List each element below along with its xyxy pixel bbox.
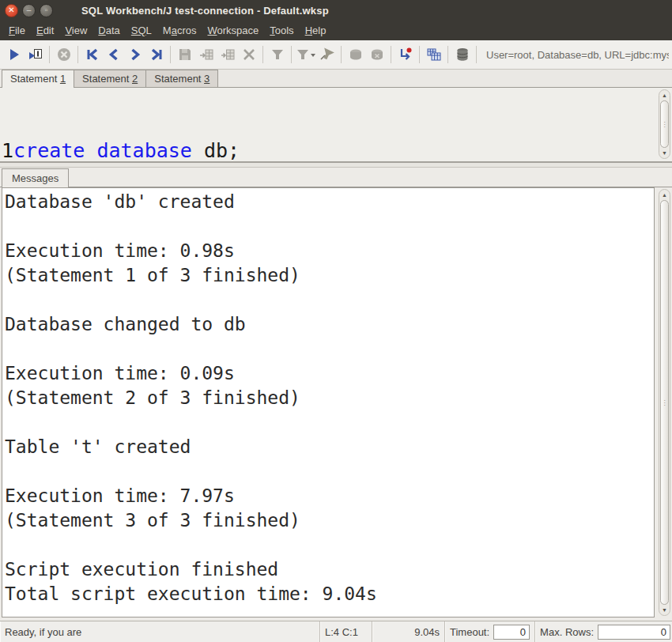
reset-filter-icon: [319, 47, 335, 62]
status-message: Ready, if you are: [0, 621, 320, 642]
tab-messages[interactable]: Messages: [2, 168, 69, 187]
first-statement-icon: [85, 47, 100, 62]
statusbar: Ready, if you are L:4 C:1 9.04s Timeout:…: [0, 621, 672, 642]
timeout-input[interactable]: [493, 625, 530, 640]
menu-edit[interactable]: Edit: [31, 21, 59, 40]
messages-area[interactable]: Database 'db' created Execution time: 0.…: [2, 187, 655, 617]
toolbar-separator: [391, 46, 391, 63]
toolbar-separator: [419, 46, 420, 63]
menu-data[interactable]: Data: [92, 21, 125, 40]
first-statement-button[interactable]: [81, 44, 103, 65]
toolbar-separator: [77, 46, 78, 63]
delete-row-icon: [241, 47, 257, 62]
commit-icon: [348, 47, 364, 62]
toolbar: User=root, Database=db, URL=jdbc:mysq: [0, 40, 672, 70]
toolbar-separator: [49, 46, 50, 63]
statement-tab-bar: Statement 1 Statement 2 Statement 3: [0, 70, 672, 88]
stop-button[interactable]: [53, 44, 74, 65]
menu-workspace[interactable]: Workspace: [202, 21, 264, 40]
reset-filter-button[interactable]: [316, 44, 338, 65]
previous-statement-button[interactable]: [103, 44, 124, 65]
menu-macros[interactable]: Macros: [157, 21, 202, 40]
next-statement-icon: [127, 47, 143, 62]
delete-row-button[interactable]: [238, 44, 259, 65]
insert-row-button[interactable]: [195, 44, 217, 65]
save-button[interactable]: [174, 44, 195, 65]
run-current-icon: [28, 47, 43, 62]
editor-vscrollbar: ▲ ⋮ ▼: [659, 89, 670, 159]
stop-icon: [56, 47, 72, 62]
menu-sql[interactable]: SQL: [126, 21, 157, 40]
filter-icon: [270, 47, 285, 62]
rollback-icon: [369, 47, 385, 62]
commit-button[interactable]: [345, 44, 366, 65]
last-statement-icon: [149, 47, 164, 62]
database-icon: [455, 47, 470, 62]
toolbar-separator: [291, 46, 292, 63]
toolbar-separator: [262, 46, 263, 63]
timeout-label: Timeout:: [450, 626, 489, 638]
window-controls: ✕ – ▫: [0, 4, 53, 17]
scrollbar-thumb[interactable]: ⋮: [660, 200, 669, 605]
scroll-up-icon[interactable]: ▲: [659, 90, 670, 100]
tab-statement-3[interactable]: Statement 3: [145, 70, 218, 87]
insert-row-icon: [198, 47, 214, 62]
tab-statement-2[interactable]: Statement 2: [74, 70, 146, 87]
filter-dropdown-icon: [296, 47, 316, 62]
toolbar-separator: [170, 46, 171, 63]
copy-row-button[interactable]: [217, 44, 238, 65]
run-all-icon: [6, 47, 22, 62]
save-icon: [177, 47, 193, 62]
toolbar-separator: [341, 46, 342, 63]
sql-editor[interactable]: 1create database db; 2use db; 3create ta…: [0, 88, 672, 163]
line-number: 1: [2, 139, 13, 162]
maxrows-label: Max. Rows:: [540, 626, 594, 638]
tab-statement-1[interactable]: Statement 1: [2, 70, 74, 88]
messages-vscrollbar: ▲ ⋮ ▼: [659, 189, 670, 616]
last-statement-button[interactable]: [145, 44, 167, 65]
filter-button[interactable]: [266, 44, 288, 65]
toolbar-separator: [476, 46, 477, 63]
scroll-down-icon[interactable]: ▼: [659, 148, 670, 158]
execution-timer: 9.04s: [372, 621, 445, 642]
menu-help[interactable]: Help: [300, 21, 332, 40]
previous-statement-icon: [106, 47, 122, 62]
messages-text: Database 'db' created Execution time: 0.…: [2, 188, 654, 606]
maxrows-input[interactable]: [598, 625, 670, 640]
scroll-up-icon[interactable]: ▲: [659, 190, 670, 200]
copy-row-icon: [220, 47, 236, 62]
run-all-button[interactable]: [3, 44, 25, 65]
window-title: SQL Workbench/J test-connection - Defaul…: [81, 5, 329, 17]
database-button[interactable]: [451, 44, 473, 65]
run-current-button[interactable]: [25, 44, 46, 65]
scrollbar-thumb[interactable]: ⋮: [660, 100, 669, 148]
messages-panel: Database 'db' created Execution time: 0.…: [0, 187, 672, 621]
maxrows-section: Max. Rows:: [535, 621, 672, 642]
toolbar-separator: [447, 46, 448, 63]
db-explorer-icon: [426, 47, 442, 62]
cursor-position: L:4 C:1: [320, 621, 372, 642]
connection-info: User=root, Database=db, URL=jdbc:mysq: [486, 49, 669, 61]
maximize-icon[interactable]: ▫: [40, 4, 53, 17]
minimize-icon[interactable]: –: [22, 4, 36, 17]
menu-view[interactable]: View: [59, 21, 92, 40]
titlebar: ✕ – ▫ SQL Workbench/J test-connection - …: [0, 0, 672, 21]
reconnect-button[interactable]: [395, 44, 416, 65]
db-explorer-button[interactable]: [423, 44, 444, 65]
rollback-button[interactable]: [366, 44, 387, 65]
editor-line-1: 1create database db;: [2, 138, 655, 163]
menu-tools[interactable]: Tools: [264, 21, 299, 40]
menubar: File Edit View Data SQL Macros Workspace…: [0, 21, 672, 40]
timeout-section: Timeout:: [445, 621, 535, 642]
app-window: ✕ – ▫ SQL Workbench/J test-connection - …: [0, 0, 672, 642]
close-icon[interactable]: ✕: [5, 4, 18, 17]
next-statement-button[interactable]: [124, 44, 145, 65]
menu-file[interactable]: File: [3, 21, 31, 40]
filter-dropdown-button[interactable]: [295, 44, 316, 65]
scroll-down-icon[interactable]: ▼: [659, 605, 670, 615]
reconnect-icon: [398, 47, 413, 62]
